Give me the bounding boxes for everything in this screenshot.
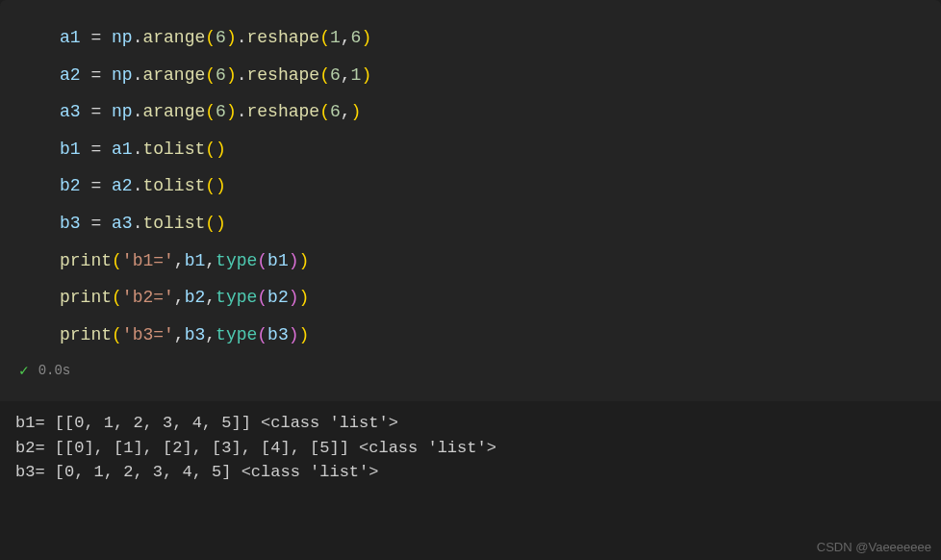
code-line[interactable]: b1 = a1.tolist() <box>0 131 941 168</box>
code-token: ) <box>226 102 237 121</box>
code-token: b1 <box>185 251 206 270</box>
code-token: . <box>237 102 247 121</box>
code-line[interactable]: print('b3=',b3,type(b3)) <box>0 317 941 354</box>
code-token: , <box>174 325 185 344</box>
code-token: . <box>133 140 143 159</box>
code-token: , <box>205 288 216 307</box>
code-token: ) <box>289 251 299 270</box>
code-line[interactable]: b3 = a3.tolist() <box>0 205 941 242</box>
code-token: a3 <box>101 214 132 233</box>
code-line[interactable]: print('b2=',b2,type(b2)) <box>0 279 941 317</box>
code-token: . <box>133 176 143 195</box>
output-cell: b1= [[0, 1, 2, 3, 4, 5]] <class 'list'>b… <box>0 401 941 489</box>
code-token: np <box>101 28 132 47</box>
output-line: b2= [[0], [1], [2], [3], [4], [5]] <clas… <box>15 436 926 461</box>
code-token: , <box>174 288 185 307</box>
code-token: = <box>90 176 101 195</box>
code-token: = <box>90 214 101 233</box>
code-token: b2 <box>60 176 90 195</box>
code-token: a2 <box>101 176 132 195</box>
code-token: b2 <box>267 288 289 307</box>
code-token: ) <box>289 325 299 344</box>
code-token: , <box>174 251 185 270</box>
code-token: np <box>101 102 132 121</box>
code-token: print <box>60 325 112 344</box>
code-token: b2 <box>185 288 206 307</box>
code-token: ) <box>299 251 310 270</box>
output-line: b3= [0, 1, 2, 3, 4, 5] <class 'list'> <box>15 460 926 485</box>
code-token: a1 <box>101 140 132 159</box>
code-token: np <box>101 65 132 85</box>
code-token: b1 <box>60 140 90 159</box>
code-token: type <box>216 288 257 307</box>
code-token: a2 <box>60 65 90 85</box>
code-token: ( <box>319 28 330 47</box>
code-token: , <box>341 28 351 47</box>
code-token: ( <box>319 65 330 85</box>
code-token: ) <box>351 102 362 121</box>
code-token: reshape <box>247 28 320 47</box>
code-token: . <box>133 65 143 85</box>
code-token: reshape <box>247 65 320 85</box>
code-token: arange <box>142 65 205 85</box>
code-token: , <box>341 65 351 85</box>
code-token: ) <box>216 176 226 195</box>
code-token: ( <box>257 325 267 344</box>
code-line[interactable]: b2 = a2.tolist() <box>0 167 941 205</box>
code-token: ) <box>216 214 226 233</box>
code-token: = <box>90 140 101 159</box>
code-line[interactable]: a2 = np.arange(6).reshape(6,1) <box>0 57 941 94</box>
code-token: ( <box>257 288 267 307</box>
code-token: ( <box>205 65 216 85</box>
code-token: tolist <box>142 176 205 195</box>
code-line[interactable]: print('b1=',b1,type(b1)) <box>0 242 941 280</box>
code-cell[interactable]: a1 = np.arange(6).reshape(1,6)a2 = np.ar… <box>0 0 941 401</box>
code-token: ) <box>216 140 226 159</box>
code-token: ( <box>257 251 267 270</box>
code-token: type <box>216 251 257 270</box>
code-token: tolist <box>142 214 205 233</box>
code-line[interactable]: a1 = np.arange(6).reshape(1,6) <box>0 19 941 57</box>
code-token: ) <box>226 65 237 85</box>
code-token: ( <box>112 251 122 270</box>
code-token: ( <box>205 102 216 121</box>
code-line[interactable]: a3 = np.arange(6).reshape(6,) <box>0 93 941 131</box>
code-token: tolist <box>142 140 205 159</box>
code-token: 6 <box>216 28 226 47</box>
code-token: 6 <box>216 65 226 85</box>
code-token: ( <box>205 214 216 233</box>
code-token: ) <box>289 288 299 307</box>
code-token: a1 <box>60 28 90 47</box>
code-token: ) <box>361 28 371 47</box>
code-token: b3 <box>267 325 289 344</box>
code-token: arange <box>142 28 205 47</box>
code-token: reshape <box>247 102 320 121</box>
code-token: 1 <box>351 65 362 85</box>
code-token: ( <box>205 176 216 195</box>
code-token: . <box>237 28 247 47</box>
code-token: . <box>133 214 143 233</box>
cell-status: ✓ 0.0s <box>0 353 941 392</box>
check-icon: ✓ <box>19 361 29 380</box>
code-token: b3 <box>185 325 206 344</box>
code-token: 'b1=' <box>122 251 174 270</box>
code-token: 1 <box>330 28 341 47</box>
code-token: ( <box>205 140 216 159</box>
code-token: = <box>90 65 101 85</box>
code-token: 6 <box>216 102 226 121</box>
code-token: ) <box>361 65 371 85</box>
code-token: ) <box>299 325 310 344</box>
code-token: , <box>205 325 216 344</box>
code-token: , <box>341 102 351 121</box>
watermark: CSDN @Vaeeeeeee <box>817 540 931 554</box>
code-token: ( <box>112 288 122 307</box>
code-token: 'b2=' <box>122 288 174 307</box>
code-token: . <box>133 102 143 121</box>
code-token: arange <box>142 102 205 121</box>
code-token: ) <box>226 28 237 47</box>
code-token: ( <box>205 28 216 47</box>
code-token: ( <box>319 102 330 121</box>
code-token: 6 <box>351 28 362 47</box>
code-token: b3 <box>60 214 90 233</box>
code-token: 6 <box>330 65 341 85</box>
